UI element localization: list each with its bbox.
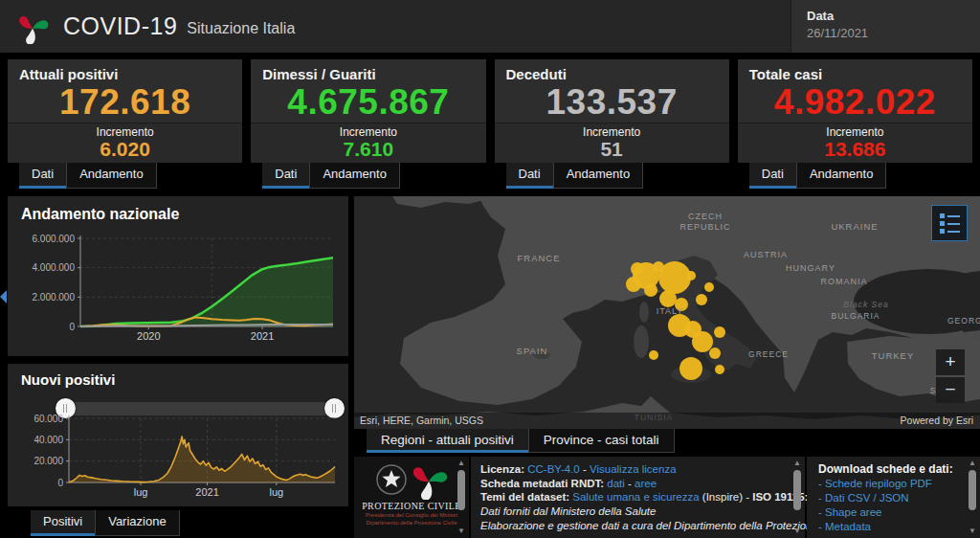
inspire-text: (Inspire) - — [700, 491, 753, 503]
card-value: 172.618 — [19, 83, 231, 123]
tab-andamento[interactable]: Andamento — [553, 163, 644, 189]
region-bubble[interactable] — [658, 261, 691, 294]
map-label: UKRAINE — [831, 221, 878, 232]
tab-dati[interactable]: Dati — [506, 163, 553, 189]
temi-label: Temi del dataset: — [480, 491, 569, 503]
dati-link[interactable]: dati — [607, 478, 625, 489]
header-bar: COVID-19 Situazione Italia Data 26/11/20… — [0, 0, 980, 53]
card-value: 4.982.022 — [749, 83, 961, 123]
scroll-down-icon[interactable]: ▼ — [791, 527, 803, 536]
cc-by-link[interactable]: CC-BY-4.0 — [527, 463, 580, 475]
separator: - — [625, 478, 635, 489]
protezione-civile-logo-icon — [15, 10, 50, 44]
scroll-up-icon[interactable]: ▲ — [967, 459, 978, 468]
card-value: 133.537 — [506, 83, 718, 123]
region-bubble[interactable] — [686, 271, 696, 280]
increment-label: Incremento — [738, 125, 972, 139]
svg-text:2021: 2021 — [251, 330, 274, 342]
aree-link[interactable]: aree — [635, 478, 657, 489]
legend-list-icon — [940, 213, 967, 234]
download-scrollbar[interactable]: ▲ ▼ — [967, 459, 978, 536]
region-bubble[interactable] — [679, 357, 702, 380]
map-label: HUNGARY — [786, 263, 835, 273]
svg-text:4.000.000: 4.000.000 — [33, 262, 76, 273]
svg-text:lug: lug — [269, 486, 283, 498]
license-scrollbar[interactable]: ▲ ▼ — [791, 459, 803, 536]
increment-value: 7.610 — [251, 139, 485, 160]
map-label: ITALY — [657, 306, 684, 316]
app-subtitle: Situazione Italia — [187, 20, 295, 37]
map-label: FRANCE — [517, 253, 560, 263]
dipartimento-line: Dipartimento della Protezione Civile — [354, 519, 469, 527]
card-title: Attuali positivi — [19, 66, 231, 82]
map-label: Black Sea — [843, 300, 888, 309]
region-bubble[interactable] — [649, 350, 658, 360]
svg-text:20.000: 20.000 — [33, 456, 63, 466]
svg-text:2020: 2020 — [137, 330, 160, 342]
region-bubble[interactable] — [704, 282, 714, 292]
legend-button[interactable] — [931, 205, 968, 241]
zoom-in-button[interactable]: + — [936, 349, 965, 375]
svg-text:lug: lug — [134, 486, 148, 498]
elaborazione-note: Elaborazione e gestione dati a cura del … — [480, 519, 786, 533]
shape-aree-link[interactable]: - Shape aree — [818, 505, 963, 520]
visualizza-licenza-link[interactable]: Visualizza licenza — [590, 463, 677, 475]
stat-card-attuali-positivi: Attuali positivi 172.618 Incremento 6.02… — [8, 59, 242, 163]
svg-text:60.000: 60.000 — [33, 414, 63, 424]
ministero-note: Dati forniti dal Ministero della Salute — [480, 504, 786, 519]
card-value: 4.675.867 — [262, 83, 474, 123]
date-value: 26/11/2021 — [807, 26, 980, 40]
app-title: COVID-19 — [63, 12, 177, 40]
tab-variazione[interactable]: Variazione — [95, 510, 179, 536]
increment-label: Incremento — [495, 125, 729, 139]
scroll-thumb[interactable] — [793, 470, 801, 510]
card-title: Dimessi / Guariti — [262, 66, 474, 82]
andamento-nazionale-chart: 02.000.0004.000.0006.000.00020202021 — [11, 229, 345, 353]
tab-dati[interactable]: Dati — [262, 163, 309, 189]
tab-dati[interactable]: Dati — [19, 163, 66, 189]
region-bubble[interactable] — [714, 326, 725, 338]
svg-text:2021: 2021 — [195, 486, 218, 498]
scroll-up-icon[interactable]: ▲ — [791, 459, 803, 468]
europe-map[interactable]: CZECHREPUBLICUKRAINEAUSTRIAFRANCEHUNGARY… — [354, 196, 980, 429]
nuovi-positivi-panel: Nuovi positivi 020.00040.00060.000lug202… — [8, 364, 348, 506]
region-bubble[interactable] — [631, 262, 644, 276]
scroll-thumb[interactable] — [969, 470, 976, 510]
map-label: TURKEY — [872, 350, 915, 361]
tab-regioni-attuali-positivi[interactable]: Regioni - attuali positivi — [367, 429, 528, 453]
download-panel: Download schede e dati: - Schede riepilo… — [807, 457, 980, 538]
license-panel: Licenza: CC-BY-4.0 - Visualizza licenza … — [471, 457, 805, 538]
tab-andamento[interactable]: Andamento — [796, 163, 887, 189]
scroll-down-icon[interactable]: ▼ — [456, 527, 467, 536]
salute-umana-link[interactable]: Salute umana e sicurezza — [572, 491, 699, 503]
tab-dati[interactable]: Dati — [749, 163, 796, 189]
tab-positivi[interactable]: Positivi — [31, 510, 95, 536]
scroll-up-icon[interactable]: ▲ — [456, 459, 467, 468]
logo-scrollbar[interactable]: ▲ ▼ — [456, 459, 467, 536]
rndt-label: Scheda metadati RNDT: — [480, 478, 604, 489]
tab-province-casi-totali[interactable]: Province - casi totali — [528, 429, 675, 453]
increment-label: Incremento — [8, 125, 242, 139]
region-bubble[interactable] — [709, 347, 721, 359]
date-panel: Data 26/11/2021 — [791, 0, 980, 53]
zoom-out-button[interactable]: − — [936, 377, 965, 403]
region-bubble[interactable] — [715, 365, 724, 374]
svg-text:2.000.000: 2.000.000 — [33, 292, 76, 303]
increment-value: 6.020 — [8, 139, 242, 160]
region-bubble[interactable] — [696, 294, 707, 305]
scroll-down-icon[interactable]: ▼ — [967, 527, 978, 536]
region-bubble[interactable] — [644, 283, 657, 297]
region-bubble[interactable] — [659, 290, 677, 307]
region-bubble[interactable] — [626, 277, 641, 292]
schede-riepilogo-pdf-link[interactable]: - Schede riepilogo PDF — [818, 477, 963, 491]
map-panel[interactable]: CZECHREPUBLICUKRAINEAUSTRIAFRANCEHUNGARY… — [354, 196, 980, 429]
dati-csv-json-link[interactable]: - Dati CSV / JSON — [818, 491, 963, 505]
collapse-panel-arrow[interactable] — [0, 290, 7, 303]
powered-by-esri: Powered by Esri — [901, 413, 973, 429]
scroll-thumb[interactable] — [457, 470, 465, 510]
metadata-link[interactable]: - Metadata — [818, 520, 963, 534]
tab-andamento[interactable]: Andamento — [66, 163, 157, 189]
region-bubble[interactable] — [692, 331, 713, 352]
tab-andamento[interactable]: Andamento — [309, 163, 400, 189]
map-label: SPAIN — [517, 346, 548, 356]
